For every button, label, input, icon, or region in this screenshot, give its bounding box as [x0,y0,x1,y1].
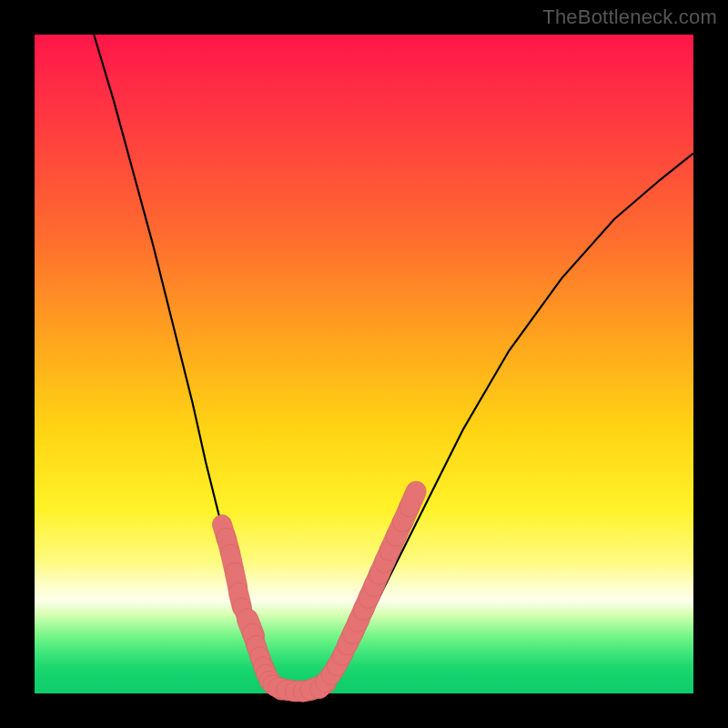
plot-area [35,35,693,693]
chart-svg [35,35,693,693]
bottleneck-curve [94,35,693,693]
watermark-text: TheBottleneck.com [542,5,717,29]
bead-layer [210,478,430,703]
curve-layer [94,35,693,693]
chart-frame: TheBottleneck.com [0,0,728,728]
